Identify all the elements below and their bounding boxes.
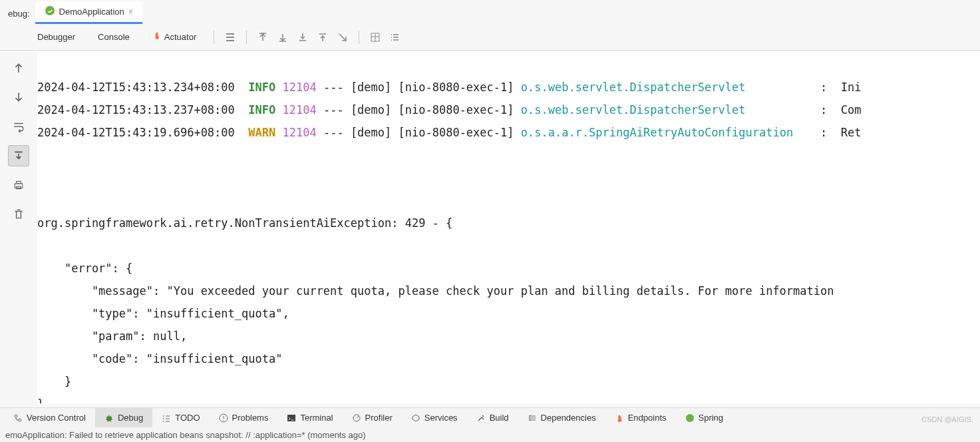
arrow-down-icon[interactable] [8, 87, 29, 108]
run-config-tab[interactable]: DemoApplication × [35, 1, 142, 24]
spring-icon [45, 5, 55, 18]
svg-point-13 [529, 419, 530, 421]
bottom-profiler[interactable]: Profiler [343, 408, 402, 427]
tab-debugger[interactable]: Debugger [27, 28, 86, 46]
debug-toolbar: Debugger Console Actuator [0, 24, 980, 51]
diagonal-arrow-icon[interactable] [333, 28, 352, 47]
svg-point-7 [106, 416, 112, 421]
debug-label: ebug: [8, 9, 30, 19]
run-tab-label: DemoApplication [59, 7, 124, 17]
window-tab-bar: ebug: DemoApplication × [0, 0, 980, 24]
flame-icon [152, 31, 162, 43]
bottom-endpoints[interactable]: Endpoints [605, 408, 676, 427]
filter-icon[interactable] [221, 28, 240, 47]
close-icon[interactable]: × [128, 7, 133, 17]
bottom-terminal[interactable]: Terminal [277, 408, 342, 427]
svg-rect-3 [17, 181, 21, 183]
separator [246, 31, 247, 44]
bottom-spring[interactable]: Spring [676, 408, 733, 427]
svg-point-11 [529, 415, 530, 417]
svg-point-6 [19, 419, 21, 421]
status-text: emoApplication: Failed to retrieve appli… [5, 430, 366, 440]
watermark: CSDN @AIGIS. [921, 415, 973, 423]
download-icon[interactable] [293, 28, 312, 47]
bottom-debug[interactable]: Debug [95, 408, 152, 427]
export-up-icon[interactable] [253, 28, 272, 47]
bottom-dependencies[interactable]: Dependencies [518, 408, 605, 427]
soft-wrap-icon[interactable] [8, 116, 29, 137]
status-bar: emoApplication: Failed to retrieve appli… [0, 427, 980, 442]
svg-point-0 [45, 6, 55, 15]
separator [214, 31, 214, 44]
list-icon[interactable] [386, 28, 405, 47]
scroll-to-end-icon[interactable] [8, 145, 29, 166]
console-left-rail [0, 51, 37, 403]
svg-point-12 [529, 417, 530, 419]
print-icon[interactable] [8, 174, 29, 196]
main-area: 2024-04-12T15:43:13.234+08:00 INFO 12104… [0, 51, 980, 403]
import-down-icon[interactable] [273, 28, 292, 47]
trash-icon[interactable] [8, 204, 29, 225]
bottom-build[interactable]: Build [467, 408, 518, 427]
console-output[interactable]: 2024-04-12T15:43:13.234+08:00 INFO 12104… [37, 51, 980, 403]
upload-icon[interactable] [313, 28, 332, 47]
svg-point-14 [686, 414, 694, 422]
bottom-problems[interactable]: Problems [210, 408, 278, 427]
table-icon[interactable] [366, 28, 385, 47]
separator [359, 31, 359, 44]
bottom-todo[interactable]: TODO [152, 408, 209, 427]
tab-console[interactable]: Console [87, 28, 140, 46]
tab-actuator[interactable]: Actuator [142, 27, 207, 47]
bottom-services[interactable]: Services [402, 408, 467, 427]
arrow-up-icon[interactable] [8, 57, 29, 79]
tool-window-bar: Version Control Debug TODO Problems Term… [0, 407, 980, 427]
bottom-version-control[interactable]: Version Control [4, 408, 95, 427]
svg-point-5 [15, 415, 17, 417]
